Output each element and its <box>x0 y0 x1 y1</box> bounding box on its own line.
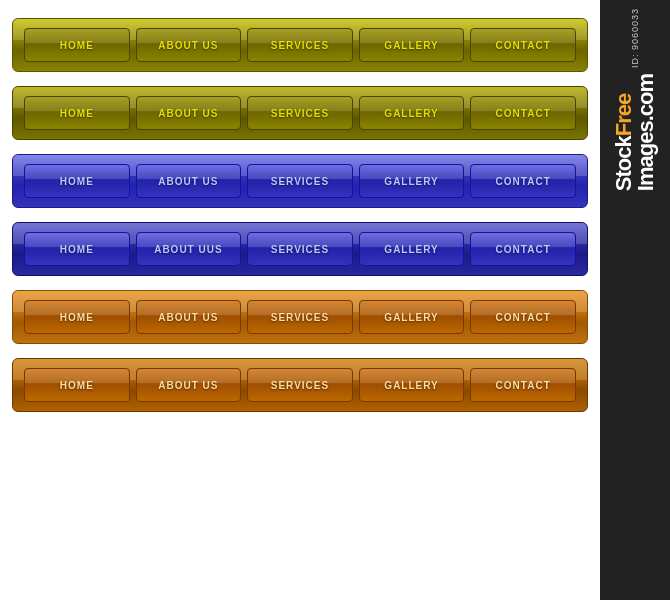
sidebar-brand: StockFreeImages.com <box>613 74 657 191</box>
brand-images: Images.com <box>633 74 658 191</box>
nav-btn-label: CONTACT <box>496 40 551 51</box>
nav-bar-1: HOMEABOUT USSERVICESGALLERYCONTACT <box>12 18 588 72</box>
nav-btn-label: HOME <box>60 380 94 391</box>
nav-btn-label: ABOUT US <box>158 40 218 51</box>
nav-btn-contact-bar1[interactable]: CONTACT <box>470 28 576 62</box>
nav-btn-home-bar5[interactable]: HOME <box>24 300 130 334</box>
nav-btn-about-us-bar2[interactable]: ABOUT US <box>136 96 242 130</box>
nav-btn-contact-bar6[interactable]: CONTACT <box>470 368 576 402</box>
nav-btn-label: ABOUT UUS <box>154 244 222 255</box>
nav-btn-gallery-bar5[interactable]: GALLERY <box>359 300 465 334</box>
nav-btn-label: GALLERY <box>384 176 438 187</box>
nav-btn-about-uus-bar4[interactable]: ABOUT UUS <box>136 232 242 266</box>
nav-btn-label: CONTACT <box>496 312 551 323</box>
nav-btn-home-bar3[interactable]: HOME <box>24 164 130 198</box>
nav-btn-services-bar3[interactable]: SERVICES <box>247 164 353 198</box>
nav-btn-about-us-bar5[interactable]: ABOUT US <box>136 300 242 334</box>
nav-btn-home-bar4[interactable]: HOME <box>24 232 130 266</box>
nav-btn-label: SERVICES <box>271 380 329 391</box>
nav-btn-about-us-bar3[interactable]: ABOUT US <box>136 164 242 198</box>
nav-bar-3: HOMEABOUT USSERVICESGALLERYCONTACT <box>12 154 588 208</box>
nav-btn-label: HOME <box>60 312 94 323</box>
nav-btn-home-bar2[interactable]: HOME <box>24 96 130 130</box>
nav-btn-gallery-bar4[interactable]: GALLERY <box>359 232 465 266</box>
nav-btn-label: ABOUT US <box>158 312 218 323</box>
nav-btn-label: GALLERY <box>384 108 438 119</box>
nav-btn-label: HOME <box>60 108 94 119</box>
nav-bar-2: HOMEABOUT USSERVICESGALLERYCONTACT <box>12 86 588 140</box>
nav-btn-contact-bar3[interactable]: CONTACT <box>470 164 576 198</box>
nav-btn-contact-bar4[interactable]: CONTACT <box>470 232 576 266</box>
nav-btn-label: GALLERY <box>384 244 438 255</box>
nav-btn-label: HOME <box>60 40 94 51</box>
nav-btn-about-us-bar6[interactable]: ABOUT US <box>136 368 242 402</box>
nav-btn-gallery-bar2[interactable]: GALLERY <box>359 96 465 130</box>
nav-btn-label: ABOUT US <box>158 108 218 119</box>
nav-btn-gallery-bar1[interactable]: GALLERY <box>359 28 465 62</box>
nav-btn-services-bar4[interactable]: SERVICES <box>247 232 353 266</box>
nav-btn-label: SERVICES <box>271 108 329 119</box>
nav-btn-label: HOME <box>60 176 94 187</box>
nav-btn-services-bar5[interactable]: SERVICES <box>247 300 353 334</box>
nav-btn-label: SERVICES <box>271 312 329 323</box>
nav-btn-services-bar6[interactable]: SERVICES <box>247 368 353 402</box>
nav-btn-gallery-bar3[interactable]: GALLERY <box>359 164 465 198</box>
nav-btn-label: SERVICES <box>271 176 329 187</box>
nav-bar-4: HOMEABOUT UUSSERVICESGALLERYCONTACT <box>12 222 588 276</box>
nav-btn-home-bar1[interactable]: HOME <box>24 28 130 62</box>
nav-btn-label: GALLERY <box>384 312 438 323</box>
nav-btn-label: CONTACT <box>496 244 551 255</box>
nav-btn-services-bar1[interactable]: SERVICES <box>247 28 353 62</box>
nav-btn-contact-bar2[interactable]: CONTACT <box>470 96 576 130</box>
nav-btn-label: ABOUT US <box>158 176 218 187</box>
nav-btn-label: GALLERY <box>384 40 438 51</box>
nav-bar-5: HOMEABOUT USSERVICESGALLERYCONTACT <box>12 290 588 344</box>
nav-bar-6: HOMEABOUT USSERVICESGALLERYCONTACT <box>12 358 588 412</box>
sidebar: ID: 9060033 StockFreeImages.com <box>600 0 670 600</box>
nav-btn-label: CONTACT <box>496 380 551 391</box>
nav-btn-about-us-bar1[interactable]: ABOUT US <box>136 28 242 62</box>
nav-btn-label: ABOUT US <box>158 380 218 391</box>
nav-btn-label: GALLERY <box>384 380 438 391</box>
nav-btn-contact-bar5[interactable]: CONTACT <box>470 300 576 334</box>
sidebar-id: ID: 9060033 <box>630 8 640 68</box>
nav-btn-gallery-bar6[interactable]: GALLERY <box>359 368 465 402</box>
nav-btn-label: CONTACT <box>496 108 551 119</box>
nav-btn-label: HOME <box>60 244 94 255</box>
nav-btn-services-bar2[interactable]: SERVICES <box>247 96 353 130</box>
main-content: HOMEABOUT USSERVICESGALLERYCONTACTHOMEAB… <box>0 0 600 600</box>
nav-btn-label: SERVICES <box>271 244 329 255</box>
nav-btn-home-bar6[interactable]: HOME <box>24 368 130 402</box>
nav-btn-label: SERVICES <box>271 40 329 51</box>
nav-btn-label: CONTACT <box>496 176 551 187</box>
